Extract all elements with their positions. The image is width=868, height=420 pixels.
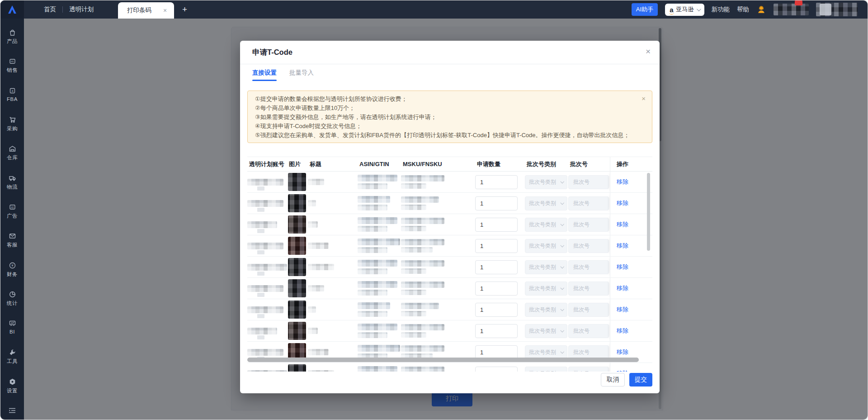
notice-close-icon[interactable]: ×	[642, 95, 646, 102]
sidebar-item-ads[interactable]: AD 广告	[0, 203, 24, 232]
cancel-button[interactable]: 取消	[601, 373, 625, 387]
sidebar-item-stats[interactable]: 统计	[0, 291, 24, 320]
notice-line: ③如果需要提交额外信息，如生产地等，请在透明计划系统进行申请；	[255, 113, 637, 122]
sidebar-item-settings[interactable]: 设置	[0, 378, 24, 407]
chevron-down-icon	[560, 307, 564, 311]
sidebar-item-bi[interactable]: BI	[0, 320, 24, 348]
blurred-fnsku	[401, 311, 426, 316]
marketplace-selector[interactable]: a 亚马逊	[665, 4, 704, 16]
batch-no-input[interactable]: 批次号	[568, 282, 609, 296]
sidebar-item-finance[interactable]: ¥ 财务	[0, 262, 24, 291]
quantity-input[interactable]	[475, 239, 518, 253]
batch-type-select[interactable]: 批次号类别	[525, 303, 567, 317]
blurred-gtin	[358, 332, 387, 338]
tab-print-barcode[interactable]: 打印条码 ×	[118, 2, 174, 19]
quantity-input[interactable]	[475, 175, 518, 189]
batch-type-select[interactable]: 批次号类别	[525, 345, 567, 359]
remove-link[interactable]: 移除	[617, 284, 628, 292]
batch-no-input[interactable]: 批次号	[568, 324, 609, 338]
batch-no-input[interactable]: 批次号	[568, 260, 609, 274]
quantity-input[interactable]	[475, 282, 518, 296]
quantity-input[interactable]	[475, 367, 518, 372]
sidebar-item-warehouse[interactable]: 仓库	[0, 145, 24, 174]
batch-type-select[interactable]: 批次号类别	[525, 367, 567, 372]
table-row: 批次号类别 批次号 移除	[247, 214, 652, 235]
sidebar-item-logistics[interactable]: 物流	[0, 174, 24, 203]
sidebar-item-fba[interactable]: a FBA	[0, 87, 24, 116]
batch-no-input[interactable]: 批次号	[568, 303, 609, 317]
blurred-account-name	[247, 349, 283, 356]
remove-link[interactable]: 移除	[617, 369, 628, 372]
blurred-asin	[358, 366, 397, 372]
blurred-asin	[358, 217, 397, 224]
batch-type-select[interactable]: 批次号类别	[525, 239, 567, 253]
batch-type-select[interactable]: 批次号类别	[525, 282, 567, 296]
warehouse-icon	[9, 145, 16, 153]
quantity-input[interactable]	[475, 196, 518, 210]
sell-icon: SEL	[9, 57, 16, 65]
quantity-input[interactable]	[475, 218, 518, 232]
quantity-input[interactable]	[475, 260, 518, 274]
blurred-asin	[358, 196, 390, 203]
svg-text:¥: ¥	[11, 264, 13, 267]
batch-no-input[interactable]: 批次号	[568, 239, 609, 253]
blurred-account-name	[247, 370, 287, 372]
support-headset-icon[interactable]	[756, 5, 766, 14]
table-row: 批次号类别 批次号 移除	[247, 278, 652, 299]
sidebar-item-service[interactable]: 客服	[0, 232, 24, 261]
sidebar-item-tools[interactable]: 工具	[0, 348, 24, 377]
batch-type-select[interactable]: 批次号类别	[525, 196, 567, 210]
remove-link[interactable]: 移除	[617, 220, 628, 229]
sidebar-item-sales[interactable]: SEL 销售	[0, 57, 24, 86]
sidebar-item-products[interactable]: 产品	[0, 29, 24, 57]
modal-tabs: 直接设置 批量导入	[240, 64, 660, 81]
blurred-product-title	[308, 264, 334, 270]
col-header-title: 标题	[308, 160, 358, 168]
quantity-input[interactable]	[475, 324, 518, 338]
batch-no-input[interactable]: 批次号	[568, 175, 609, 189]
batch-no-input[interactable]: 批次号	[568, 367, 609, 372]
batch-type-select[interactable]: 批次号类别	[525, 324, 567, 338]
remove-link[interactable]: 移除	[617, 348, 628, 356]
batch-no-input[interactable]: 批次号	[568, 196, 609, 210]
tab-close-icon[interactable]: ×	[163, 7, 167, 14]
sidebar-collapse-button[interactable]	[8, 407, 16, 416]
batch-type-select[interactable]: 批次号类别	[525, 260, 567, 274]
remove-link[interactable]: 移除	[617, 242, 628, 250]
batch-type-select[interactable]: 批次号类别	[525, 218, 567, 232]
help-link[interactable]: 帮助	[737, 5, 749, 14]
table-horizontal-scrollbar[interactable]	[247, 358, 639, 362]
remove-link[interactable]: 移除	[617, 178, 628, 186]
new-features-link[interactable]: 新功能	[712, 5, 730, 14]
new-tab-button[interactable]: +	[182, 5, 187, 14]
table-vertical-scrollbar[interactable]	[647, 173, 650, 251]
sidebar-item-purchase[interactable]: 采购	[0, 116, 24, 145]
quantity-input[interactable]	[475, 303, 518, 317]
nav-tab-home[interactable]: 首页	[38, 0, 62, 19]
submit-button[interactable]: 提交	[629, 373, 652, 387]
collapse-menu-icon	[8, 407, 16, 414]
quantity-input[interactable]	[475, 345, 518, 359]
blurred-msku	[401, 175, 444, 181]
table-header-row: 透明计划账号 图片 标题 ASIN/GTIN MSKU/FNSKU 申请数量 批…	[247, 157, 652, 172]
batch-no-input[interactable]: 批次号	[568, 218, 609, 232]
nav-tab-transparency[interactable]: 透明计划	[63, 0, 100, 19]
blurred-msku	[401, 303, 439, 309]
batch-no-input[interactable]: 批次号	[568, 345, 609, 359]
tcode-table: 透明计划账号 图片 标题 ASIN/GTIN MSKU/FNSKU 申请数量 批…	[247, 157, 652, 372]
tab-direct-setup[interactable]: 直接设置	[252, 64, 277, 81]
ai-assistant-button[interactable]: AI助手	[632, 3, 658, 16]
blurred-asin	[358, 324, 397, 330]
blurred-gtin	[358, 226, 387, 232]
tab-batch-import[interactable]: 批量导入	[289, 64, 314, 81]
app-logo[interactable]	[0, 0, 24, 19]
modal-footer: 取消 提交	[601, 373, 652, 387]
batch-type-select[interactable]: 批次号类别	[525, 175, 567, 189]
remove-link[interactable]: 移除	[617, 199, 628, 207]
modal-close-icon[interactable]: ×	[646, 47, 651, 56]
remove-link[interactable]: 移除	[617, 263, 628, 271]
blurred-asin	[358, 239, 400, 245]
blurred-account-name	[247, 328, 277, 334]
remove-link[interactable]: 移除	[617, 305, 628, 314]
remove-link[interactable]: 移除	[617, 327, 628, 335]
